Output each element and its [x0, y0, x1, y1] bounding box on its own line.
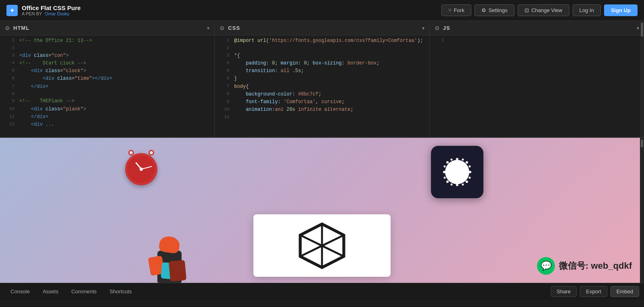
css-editor-panel: ⚙ CSS ▾ 1@import url('https://fonts.goog… — [215, 21, 429, 137]
code-line: 7body{ — [215, 83, 429, 91]
code-line: 4 padding: 0; margin: 0; box-sizing: bor… — [215, 60, 429, 67]
wechat-icon: 💬 — [537, 257, 555, 275]
watermark: 💬 微信号: web_qdkf — [537, 257, 632, 275]
svg-point-8 — [466, 180, 468, 183]
fork-button[interactable]: ⑂ Fork — [441, 4, 471, 16]
css-gear-icon[interactable]: ⚙ — [220, 25, 225, 31]
logo-text: Office Flat CSS Pure A PEN BY Omar Dsoky — [22, 4, 81, 16]
code-line: 1@import url('https://fonts.googleapis.c… — [215, 37, 429, 45]
navbar-actions: ⑂ Fork ⚙ Settings ⊡ Change View Log In S… — [441, 4, 638, 16]
navbar: ✦ Office Flat CSS Pure A PEN BY Omar Dso… — [0, 0, 644, 21]
codepen-logo — [298, 222, 346, 270]
js-editor-header: ⚙ JS ▾ — [430, 21, 644, 35]
svg-point-7 — [446, 180, 449, 183]
signup-button[interactable]: Sign Up — [604, 4, 638, 16]
html-editor-title: HTML — [13, 25, 29, 31]
export-button[interactable]: Export — [580, 286, 607, 297]
logo-area: ✦ Office Flat CSS Pure A PEN BY Omar Dso… — [6, 4, 81, 16]
svg-point-13 — [451, 159, 453, 161]
svg-point-10 — [444, 177, 446, 179]
code-line: 1<!-- the Office 21: 13--> — [0, 37, 214, 45]
css-editor-header: ⚙ CSS ▾ — [215, 21, 429, 35]
code-line: 9<!-- THEPlank --> — [0, 97, 214, 105]
code-line: 8 — [0, 91, 214, 98]
bottom-left-tabs: Console Assets Comments Shortcuts — [5, 286, 138, 297]
mascot-area — [145, 230, 202, 283]
settings-button[interactable]: ⚙ Settings — [475, 4, 514, 16]
html-editor-panel: ⚙ HTML ▾ 1<!-- the Office 21: 13--> 2 3<… — [0, 21, 215, 137]
svg-point-5 — [446, 161, 449, 164]
code-line: 6 <div class="time"></div> — [0, 75, 214, 83]
pen-author-line: A PEN BY Omar Dsoky — [22, 11, 81, 16]
codepen-box — [253, 214, 391, 277]
js-chevron-icon[interactable]: ▾ — [637, 25, 639, 31]
preview-scrollbar[interactable] — [640, 138, 644, 283]
html-header-left: ⚙ HTML — [5, 25, 29, 31]
svg-point-12 — [469, 177, 471, 179]
html-gear-icon[interactable]: ⚙ — [5, 25, 10, 31]
css-header-left: ⚙ CSS — [220, 25, 240, 31]
code-line: 1 — [430, 37, 644, 44]
js-header-left: ⚙ JS — [435, 25, 450, 31]
view-icon: ⊡ — [525, 7, 529, 13]
css-chevron-icon[interactable]: ▾ — [422, 25, 424, 31]
shortcuts-tab[interactable]: Shortcuts — [104, 286, 138, 297]
svg-point-16 — [462, 184, 464, 186]
editors-row: ⚙ HTML ▾ 1<!-- the Office 21: 13--> 2 3<… — [0, 21, 644, 138]
bottom-bar: Console Assets Comments Shortcuts Share … — [0, 283, 644, 300]
assets-tab[interactable]: Assets — [37, 286, 64, 297]
clock-ear-right — [148, 150, 154, 156]
clock-center-dot — [140, 168, 143, 171]
login-button[interactable]: Log In — [573, 4, 601, 16]
code-line: 7 </div> — [0, 83, 214, 91]
code-line: 10 <div class="plank"> — [0, 106, 214, 113]
css-editor-title: CSS — [228, 25, 240, 31]
html-editor-body[interactable]: 1<!-- the Office 21: 13--> 2 3<div class… — [0, 35, 214, 137]
sun-box — [431, 146, 483, 198]
svg-line-22 — [322, 246, 344, 256]
editor-scrollbar[interactable] — [640, 21, 644, 137]
clock-widget — [125, 150, 157, 182]
html-editor-header: ⚙ HTML ▾ — [0, 21, 214, 35]
console-tab[interactable]: Console — [5, 286, 36, 297]
clock-face — [125, 153, 157, 185]
css-editor-body[interactable]: 1@import url('https://fonts.googleapis.c… — [215, 35, 429, 137]
preview-scrollbar-thumb — [641, 139, 643, 147]
code-line: 12 <div ... — [0, 121, 214, 129]
svg-point-9 — [444, 166, 446, 168]
robot-arm-right — [169, 260, 186, 281]
code-line: 3<div class="con"> — [0, 52, 214, 60]
code-line: 9 font-family: 'Comfortaa', cursive; — [215, 98, 429, 106]
fork-icon: ⑂ — [448, 7, 452, 13]
svg-point-14 — [462, 159, 464, 161]
comments-tab[interactable]: Comments — [66, 286, 102, 297]
share-button[interactable]: Share — [551, 286, 577, 297]
js-editor-title: JS — [443, 25, 450, 31]
code-line: 2 — [215, 45, 429, 52]
sun-svg — [443, 158, 472, 187]
svg-line-21 — [300, 246, 322, 256]
svg-line-19 — [322, 235, 344, 245]
change-view-button[interactable]: ⊡ Change View — [518, 4, 569, 16]
code-line: 6} — [215, 75, 429, 83]
editor-scrollbar-thumb — [641, 23, 643, 37]
bottom-right-actions: Share Export Embed — [551, 286, 639, 297]
svg-point-0 — [445, 160, 469, 184]
pen-title: Office Flat CSS Pure — [22, 4, 81, 11]
js-gear-icon[interactable]: ⚙ — [435, 25, 440, 31]
html-chevron-icon[interactable]: ▾ — [207, 25, 209, 31]
code-line: 10 animation:ani 20s infinite alternate; — [215, 106, 429, 114]
js-editor-body[interactable]: 1 — [430, 35, 644, 137]
sun-circle-container — [443, 158, 472, 187]
logo-icon: ✦ — [6, 5, 18, 16]
robot-head — [158, 235, 180, 254]
svg-point-15 — [451, 184, 453, 186]
code-line: 4<!-- Start clock --> — [0, 60, 214, 67]
js-editor-panel: ⚙ JS ▾ 1 — [430, 21, 644, 137]
clock-inner — [128, 156, 155, 183]
embed-button[interactable]: Embed — [611, 286, 639, 297]
svg-point-1 — [456, 158, 458, 160]
code-line: 11 — [215, 114, 429, 121]
watermark-text: 微信号: web_qdkf — [559, 260, 632, 272]
svg-point-4 — [469, 171, 471, 173]
